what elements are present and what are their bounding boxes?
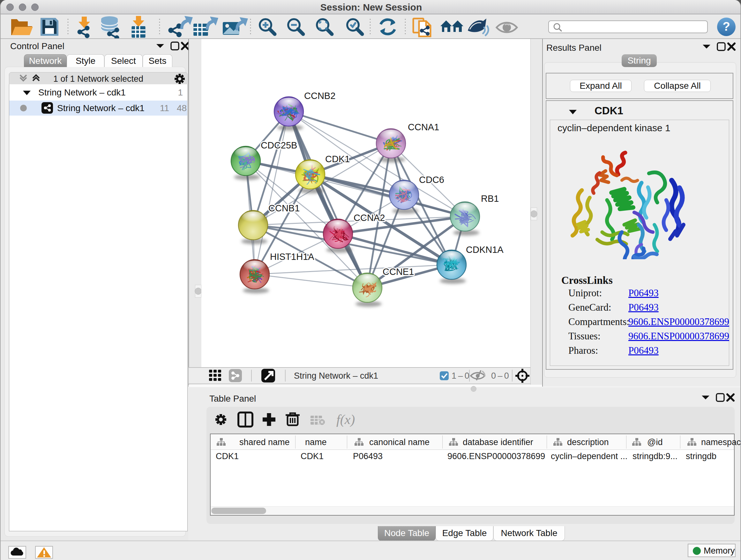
svg-text:CDC6: CDC6 [419,175,444,185]
svg-text:CDKN1A: CDKN1A [466,245,503,255]
svg-text:CCNB2: CCNB2 [304,91,335,101]
svg-text:1 – 0: 1 – 0 [452,371,469,381]
svg-text:CDC25B: CDC25B [261,140,297,150]
svg-text:CCNA2: CCNA2 [354,212,385,223]
svg-text:f(x): f(x) [336,412,355,427]
svg-text:RB1: RB1 [481,193,499,204]
svg-text:CDK1: CDK1 [325,154,350,164]
svg-text:0 – 0: 0 – 0 [491,371,509,381]
svg-text:String Network – cdk1: String Network – cdk1 [294,371,378,381]
svg-text:CCNA1: CCNA1 [408,122,439,132]
svg-text:CCNE1: CCNE1 [383,266,414,277]
svg-text:HIST1H1A: HIST1H1A [270,252,314,262]
svg-text:CCNB1: CCNB1 [268,203,300,213]
